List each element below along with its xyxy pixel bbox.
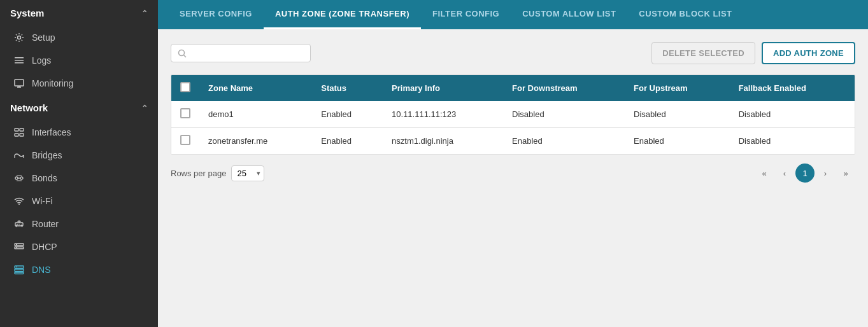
network-section-header[interactable]: Network ⌃ (0, 95, 158, 121)
row-for-downstream: Enabled (503, 128, 625, 155)
row-status: Enabled (312, 128, 383, 155)
svg-point-31 (179, 50, 185, 55)
table-row: demo1 Enabled 10.11.111.11:123 Disabled … (171, 101, 855, 128)
page-prev-button[interactable]: ‹ (775, 164, 794, 183)
monitoring-icon (13, 78, 25, 88)
rows-per-page-select[interactable]: 25 50 100 (231, 165, 264, 181)
wifi-label: Wi-Fi (32, 196, 53, 206)
svg-rect-7 (15, 129, 18, 131)
svg-rect-8 (20, 129, 24, 131)
search-input[interactable] (190, 48, 304, 58)
row-primary-info: nsztm1.digi.ninja (383, 128, 503, 155)
bonds-label: Bonds (32, 173, 57, 183)
row-primary-info: 10.11.111.11:123 (383, 101, 503, 128)
row-zone-name: demo1 (199, 101, 312, 128)
delete-selected-button[interactable]: DELETE SELECTED (651, 42, 755, 64)
svg-point-13 (15, 177, 18, 179)
search-box[interactable] (171, 44, 311, 62)
pagination-bar: Rows per page 25 50 100 « ‹ 1 › » (171, 164, 855, 183)
row-for-upstream: Enabled (625, 128, 730, 155)
svg-rect-4 (15, 80, 24, 86)
row-checkbox-cell[interactable] (171, 128, 199, 155)
bonds-icon (13, 173, 25, 183)
sidebar-item-setup[interactable]: Setup (0, 26, 158, 49)
dhcp-icon (13, 242, 25, 252)
row-for-upstream: Disabled (625, 101, 730, 128)
col-fallback-enabled: Fallback Enabled (730, 75, 855, 101)
logs-label: Logs (32, 55, 51, 66)
toolbar: DELETE SELECTED ADD AUTH ZONE (171, 42, 855, 64)
sidebar-item-dhcp[interactable]: DHCP (0, 235, 158, 258)
router-label: Router (32, 219, 59, 229)
tab-filter-config[interactable]: FILTER CONFIG (421, 0, 511, 29)
row-checkbox[interactable] (180, 135, 190, 145)
row-fallback-enabled: Disabled (730, 128, 855, 155)
dns-icon (13, 265, 25, 275)
dhcp-label: DHCP (32, 242, 57, 252)
main-content: SERVER CONFIG AUTH ZONE (ZONE TRANSFER) … (158, 0, 868, 327)
table-header-row: Zone Name Status Primary Info For Downst… (171, 75, 855, 101)
col-for-upstream: For Upstream (625, 75, 730, 101)
svg-rect-3 (15, 62, 24, 64)
sidebar-item-wifi[interactable]: Wi-Fi (0, 190, 158, 212)
sidebar-item-monitoring[interactable]: Monitoring (0, 72, 158, 95)
router-icon (13, 219, 25, 229)
sidebar: System ⌃ Setup Logs (0, 0, 158, 327)
system-chevron-icon: ⌃ (141, 9, 148, 18)
svg-point-21 (18, 224, 20, 225)
add-auth-zone-button[interactable]: ADD AUTH ZONE (762, 42, 855, 64)
col-checkbox[interactable] (171, 75, 199, 101)
sidebar-item-router[interactable]: Router (0, 212, 158, 235)
rows-per-page-control: Rows per page 25 50 100 (171, 165, 264, 181)
network-label: Network (10, 102, 48, 113)
bridges-icon (13, 150, 25, 160)
svg-rect-1 (15, 57, 24, 59)
toolbar-right: DELETE SELECTED ADD AUTH ZONE (651, 42, 855, 64)
settings-icon (13, 32, 25, 43)
sidebar-item-dns[interactable]: DNS (0, 258, 158, 281)
wifi-icon (13, 196, 25, 206)
svg-point-14 (20, 177, 23, 179)
row-checkbox-cell[interactable] (171, 101, 199, 128)
svg-line-32 (184, 55, 187, 57)
sidebar-item-interfaces[interactable]: Interfaces (0, 121, 158, 144)
system-label: System (10, 8, 44, 18)
tab-auth-zone[interactable]: AUTH ZONE (ZONE TRANSFER) (264, 0, 421, 29)
col-status: Status (312, 75, 383, 101)
svg-point-0 (18, 36, 21, 39)
auth-zone-table: Zone Name Status Primary Info For Downst… (171, 74, 855, 155)
logs-icon (13, 55, 25, 66)
row-checkbox[interactable] (180, 108, 190, 118)
select-all-checkbox[interactable] (180, 82, 190, 92)
rows-per-page-label: Rows per page (171, 169, 226, 178)
tab-custom-allow[interactable]: CUSTOM ALLOW LIST (511, 0, 627, 29)
svg-point-18 (18, 204, 20, 205)
tab-server-config[interactable]: SERVER CONFIG (168, 0, 264, 29)
top-nav: SERVER CONFIG AUTH ZONE (ZONE TRANSFER) … (158, 0, 868, 29)
network-chevron-icon: ⌃ (141, 104, 148, 113)
system-section-header[interactable]: System ⌃ (0, 0, 158, 26)
bridges-label: Bridges (32, 150, 62, 160)
row-status: Enabled (312, 101, 383, 128)
sidebar-item-logs[interactable]: Logs (0, 49, 158, 72)
sidebar-item-bridges[interactable]: Bridges (0, 144, 158, 167)
setup-label: Setup (32, 32, 55, 43)
svg-rect-29 (15, 272, 24, 274)
interfaces-icon (13, 127, 25, 137)
page-last-button[interactable]: » (836, 164, 855, 183)
tab-custom-block[interactable]: CUSTOM BLOCK LIST (627, 0, 743, 29)
svg-point-20 (17, 224, 18, 225)
page-next-button[interactable]: › (816, 164, 835, 183)
monitoring-label: Monitoring (32, 78, 73, 88)
rows-per-page-select-wrap[interactable]: 25 50 100 (231, 165, 264, 181)
page-first-button[interactable]: « (755, 164, 774, 183)
sidebar-item-bonds[interactable]: Bonds (0, 167, 158, 190)
search-icon (178, 49, 187, 58)
row-zone-name: zonetransfer.me (199, 128, 312, 155)
page-1-button[interactable]: 1 (795, 164, 815, 183)
row-for-downstream: Disabled (503, 101, 625, 128)
interfaces-label: Interfaces (32, 127, 71, 137)
svg-rect-28 (15, 269, 24, 272)
svg-rect-9 (15, 134, 18, 136)
content-area: DELETE SELECTED ADD AUTH ZONE Zone Name … (158, 29, 868, 327)
